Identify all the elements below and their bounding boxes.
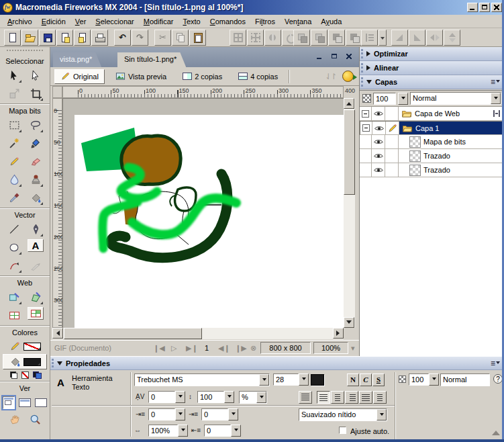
scroll-down-button[interactable] (344, 317, 354, 328)
tab-vista-png[interactable]: vista.png* (53, 52, 101, 67)
blur-tool[interactable] (6, 171, 22, 187)
panel-header-capas[interactable]: Capas ≡ (360, 75, 504, 89)
zoom-tool[interactable] (27, 411, 43, 427)
layer-opacity-field[interactable]: 100 (373, 93, 396, 105)
text-tool[interactable]: A (28, 239, 44, 252)
preview-view-button[interactable]: Vista previa (110, 69, 172, 84)
close-button[interactable] (491, 3, 502, 12)
layer-name-area[interactable]: Capa 1 (399, 122, 503, 134)
panel-header-alinear[interactable]: Alinear (360, 61, 504, 75)
zoom-dropdown-arrow[interactable]: ▾ (351, 344, 355, 353)
send-to-back-button[interactable] (346, 30, 362, 46)
stop-button[interactable]: ⊗ (250, 344, 256, 353)
visibility-toggle[interactable] (372, 122, 386, 134)
bring-to-front-button[interactable] (293, 30, 310, 46)
horizontal-ruler[interactable]: 050100150200250300350400 (62, 86, 344, 98)
pointer-tool[interactable] (6, 67, 22, 83)
doc-minimize-button[interactable] (315, 52, 324, 60)
import-button[interactable] (56, 30, 73, 46)
layer-name-area[interactable]: Trazado (399, 163, 504, 177)
size-dropdown-button[interactable] (299, 373, 309, 386)
no-color-button[interactable] (21, 371, 29, 379)
four-up-view-button[interactable]: 4 copias (233, 69, 283, 84)
subselection-tool[interactable] (28, 67, 44, 83)
brush-tool[interactable] (28, 135, 44, 151)
opacity-dropdown-button[interactable] (398, 93, 408, 105)
antialias-dropdown-button[interactable] (376, 409, 387, 421)
minimize-button[interactable] (467, 3, 478, 12)
leading-combo[interactable]: 100 (197, 391, 234, 404)
vertical-ruler[interactable]: 050100150200250300 (52, 98, 62, 328)
two-up-view-button[interactable]: 2 copias (177, 69, 228, 84)
menu-item-comandos[interactable]: Comandos (205, 16, 250, 27)
layer-name-area[interactable]: Mapa de bits (399, 135, 504, 148)
collapse-layer-button[interactable] (362, 110, 369, 118)
leading-value[interactable]: 100 (197, 391, 224, 403)
panel-options-icon[interactable]: ≡ (491, 359, 500, 367)
stretch-button[interactable] (373, 391, 387, 404)
font-size-combo[interactable]: 28 (273, 373, 309, 386)
rotate-ccw-button[interactable] (391, 30, 408, 46)
menu-item-filtros[interactable]: Filtros (250, 16, 280, 27)
layer-row-trazado[interactable]: Trazado (360, 163, 504, 177)
new-document-button[interactable] (4, 30, 21, 46)
maximize-button[interactable] (479, 3, 490, 12)
copy-button[interactable] (172, 30, 189, 46)
kerning-combo[interactable]: 0 (148, 391, 185, 404)
freeform-tool[interactable] (6, 257, 22, 273)
magic-wand-tool[interactable] (6, 135, 22, 151)
redo-button[interactable] (132, 30, 148, 46)
text-opacity-combo[interactable]: 100 (409, 373, 439, 386)
save-button[interactable] (39, 30, 56, 46)
scroll-up-button[interactable] (344, 98, 354, 109)
blend-dropdown-button[interactable] (491, 93, 501, 104)
first-frame-button[interactable]: ❙◀ (153, 344, 165, 353)
undo-button[interactable] (114, 30, 131, 46)
horizontal-scale-combo[interactable]: 100% (148, 425, 188, 437)
text-blend-select[interactable]: Normal (440, 373, 490, 386)
align-button[interactable] (361, 30, 378, 46)
auto-kern-checkbox[interactable] (339, 427, 346, 434)
rubber-stamp-tool[interactable] (28, 171, 44, 187)
panel-collapse-arrow[interactable] (492, 431, 500, 435)
ungroup-button[interactable] (247, 30, 264, 46)
flip-vertical-button[interactable] (444, 30, 460, 46)
bold-button[interactable]: N (347, 373, 359, 386)
space-after-dropdown-button[interactable] (231, 425, 241, 437)
text-opacity-value[interactable]: 100 (409, 373, 429, 386)
full-screen-menus-button[interactable] (19, 398, 31, 407)
knife-tool[interactable] (28, 257, 44, 273)
leading-dropdown-button[interactable] (224, 391, 234, 403)
fill-color-swatch[interactable] (23, 358, 41, 366)
align-left-button[interactable] (317, 391, 330, 404)
hand-tool[interactable] (7, 411, 23, 427)
play-button[interactable]: ▷ (171, 344, 177, 353)
rectangle-hotspot-tool[interactable] (6, 289, 22, 305)
full-screen-button[interactable] (35, 398, 47, 407)
swap-colors-button[interactable] (33, 371, 40, 379)
open-button[interactable] (21, 30, 38, 46)
indent-dropdown-button[interactable] (175, 408, 185, 421)
slice-tool[interactable] (6, 307, 22, 323)
eyedropper-tool[interactable] (6, 189, 22, 206)
visibility-toggle[interactable] (372, 149, 385, 163)
scroll-right-button[interactable] (333, 328, 344, 339)
line-tool[interactable] (6, 221, 22, 237)
leading-unit-select[interactable]: % (239, 391, 267, 404)
join-button[interactable] (264, 30, 281, 46)
kerning-dropdown-button[interactable] (175, 391, 185, 403)
paint-bucket-tool[interactable] (28, 189, 44, 206)
stroke-color-swatch[interactable] (23, 343, 41, 351)
polygon-hotspot-tool[interactable] (28, 289, 44, 305)
align-right-button[interactable] (345, 391, 358, 404)
text-color-swatch[interactable] (311, 374, 324, 386)
space-after-value[interactable]: 0 (204, 425, 231, 437)
menu-item-texto[interactable]: Texto (178, 16, 205, 27)
properties-header[interactable]: Propiedades ≡ (50, 356, 504, 370)
panel-header-optimizar[interactable]: Optimizar (360, 47, 504, 61)
show-slices-tool[interactable] (28, 307, 44, 320)
zoom-level-indicator[interactable]: 100% (313, 342, 348, 354)
drawing-brown-blob[interactable] (121, 136, 181, 184)
default-colors-button[interactable] (10, 371, 17, 379)
align-center-button[interactable] (331, 391, 344, 404)
